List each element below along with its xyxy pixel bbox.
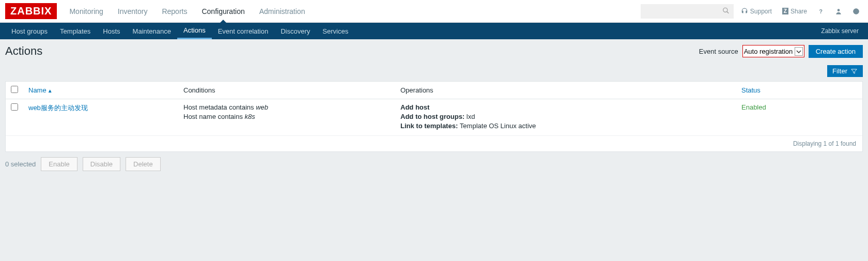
condition-value: web — [256, 103, 268, 111]
condition-line: Host metadata contains web — [183, 103, 390, 111]
subnav-templates[interactable]: Templates — [54, 23, 97, 39]
header-conditions: Conditions — [178, 82, 395, 99]
nav-monitoring[interactable]: Monitoring — [62, 0, 110, 23]
top-nav: ZABBIX Monitoring Inventory Reports Conf… — [0, 0, 868, 23]
page-title: Actions — [5, 44, 42, 58]
server-name[interactable]: Zabbix server — [821, 27, 863, 35]
filter-button[interactable]: Filter — [827, 65, 863, 77]
operation-line: Add host — [400, 103, 731, 111]
subnav-hosts[interactable]: Hosts — [97, 23, 126, 39]
page-header: Actions Event source Auto registration C… — [0, 39, 868, 63]
logo[interactable]: ZABBIX — [5, 3, 57, 19]
status-enabled-link[interactable]: Enabled — [741, 103, 766, 111]
subnav-event-correlation[interactable]: Event correlation — [212, 23, 275, 39]
nav-configuration[interactable]: Configuration — [194, 0, 252, 23]
actions-table: Name▲ Conditions Operations Status web服务… — [6, 82, 862, 136]
svg-line-1 — [727, 11, 729, 13]
enable-button[interactable]: Enable — [41, 157, 77, 171]
support-label: Support — [750, 8, 772, 15]
row-name-cell: web服务的主动发现 — [23, 99, 178, 136]
row-conditions-cell: Host metadata contains web Host name con… — [178, 99, 395, 136]
search-wrap — [641, 4, 734, 19]
svg-text:?: ? — [819, 8, 823, 14]
operation-line: Add to host groups: lxd — [400, 113, 731, 120]
svg-point-3 — [838, 9, 840, 11]
support-link[interactable]: Support — [738, 6, 775, 17]
table-footer: Displaying 1 of 1 found — [6, 136, 862, 151]
event-source-select[interactable]: Auto registration — [743, 47, 795, 56]
filter-icon — [850, 68, 858, 75]
delete-button[interactable]: Delete — [126, 157, 161, 171]
nav-administration[interactable]: Administration — [252, 0, 313, 23]
subnav-actions[interactable]: Actions — [177, 23, 212, 39]
row-checkbox-cell — [6, 99, 23, 136]
condition-text: Host metadata contains — [183, 103, 256, 111]
sub-nav: Host groups Templates Hosts Maintenance … — [0, 23, 868, 39]
row-operations-cell: Add host Add to host groups: lxd Link to… — [395, 99, 736, 136]
table-row: web服务的主动发现 Host metadata contains web Ho… — [6, 99, 862, 136]
search-input[interactable] — [641, 4, 734, 19]
subnav-discovery[interactable]: Discovery — [274, 23, 316, 39]
svg-point-0 — [723, 8, 727, 12]
header-status[interactable]: Status — [736, 82, 862, 99]
operation-label: Add to host groups: — [400, 113, 467, 120]
disable-button[interactable]: Disable — [83, 157, 120, 171]
subnav-services[interactable]: Services — [316, 23, 354, 39]
event-source-select-wrap: Auto registration — [742, 45, 804, 57]
share-label: Share — [791, 8, 807, 15]
operation-value: lxd — [467, 113, 475, 120]
operation-value: Template OS Linux active — [460, 122, 536, 130]
subnav-maintenance[interactable]: Maintenance — [127, 23, 177, 39]
bottom-actions: 0 selected Enable Disable Delete — [0, 152, 868, 176]
topnav-menu: Monitoring Inventory Reports Configurati… — [62, 0, 312, 23]
nav-inventory[interactable]: Inventory — [111, 0, 155, 23]
filter-bar: Filter — [0, 63, 868, 81]
search-icon[interactable] — [722, 7, 730, 16]
page-header-right: Event source Auto registration Create ac… — [699, 45, 863, 58]
condition-value: k8s — [245, 113, 255, 120]
row-checkbox[interactable] — [11, 103, 18, 111]
share-icon: Z — [782, 8, 788, 14]
event-source-label: Event source — [699, 48, 738, 55]
action-name-link[interactable]: web服务的主动发现 — [28, 104, 88, 112]
header-checkbox-cell — [6, 82, 23, 99]
table-header-row: Name▲ Conditions Operations Status — [6, 82, 862, 99]
select-all-checkbox[interactable] — [11, 86, 18, 93]
create-action-button[interactable]: Create action — [809, 45, 863, 58]
share-link[interactable]: Z Share — [779, 6, 810, 17]
sort-asc-icon: ▲ — [48, 88, 53, 94]
user-icon[interactable] — [832, 6, 845, 17]
condition-text: Host name contains — [183, 113, 245, 120]
nav-reports[interactable]: Reports — [154, 0, 194, 23]
actions-table-container: Name▲ Conditions Operations Status web服务… — [5, 81, 863, 152]
operation-line: Link to templates: Template OS Linux act… — [400, 122, 731, 130]
operation-label: Link to templates: — [400, 122, 460, 130]
subnav-menu: Host groups Templates Hosts Maintenance … — [5, 23, 354, 39]
header-operations: Operations — [395, 82, 736, 99]
filter-label: Filter — [832, 67, 847, 75]
help-icon[interactable]: ? — [814, 6, 828, 17]
selected-count: 0 selected — [5, 160, 36, 168]
chevron-down-icon[interactable] — [795, 47, 803, 56]
topnav-right: Support Z Share ? — [641, 4, 863, 19]
power-icon[interactable] — [849, 6, 863, 17]
row-status-cell: Enabled — [736, 99, 862, 136]
header-name[interactable]: Name▲ — [23, 82, 178, 99]
header-name-label: Name — [28, 86, 47, 94]
subnav-host-groups[interactable]: Host groups — [5, 23, 54, 39]
condition-line: Host name contains k8s — [183, 113, 390, 120]
